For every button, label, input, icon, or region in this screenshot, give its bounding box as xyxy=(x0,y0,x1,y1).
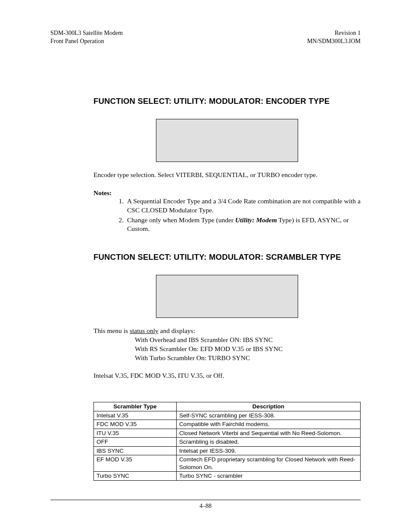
table-row: ITU V.35 Closed Network Viterbi and Sequ… xyxy=(94,429,361,438)
header-left-line1: SDM-300L3 Satellite Modem xyxy=(50,29,123,37)
table-cell: Closed Network Viterbi and Sequential wi… xyxy=(176,429,360,438)
table-header: Description xyxy=(176,402,360,411)
notes-list: A Sequential Encoder Type and a 3/4 Code… xyxy=(93,197,361,234)
status-line: With RS Scrambler On: EFD MOD V.35 or IB… xyxy=(135,345,361,354)
table-row: Turbo SYNC Turbo SYNC - scrambler xyxy=(94,472,361,481)
body-text: This menu is status only and displays: xyxy=(93,327,361,336)
table-row: OFF Scrambling is disabled. xyxy=(94,438,361,447)
table-cell: Self-SYNC scrambling per IESS-308. xyxy=(176,411,360,420)
status-line: With Overhead and IBS Scrambler ON: IBS … xyxy=(135,336,361,345)
page-footer: 4–88 xyxy=(50,500,361,510)
table-cell: ITU V.35 xyxy=(94,429,177,438)
table-header-row: Scrambler Type Description xyxy=(94,402,361,411)
table-cell: IBS SYNC xyxy=(94,446,177,455)
table-row: IBS SYNC Intelsat per IESS-309. xyxy=(94,446,361,455)
table-cell: Comtech EFD proprietary scrambling for C… xyxy=(176,455,360,472)
table-cell: Turbo SYNC xyxy=(94,472,177,481)
display-box xyxy=(156,275,298,318)
section-scrambler-type: FUNCTION SELECT: UTILITY: MODULATOR: SCR… xyxy=(93,252,361,380)
table-cell: Compatible with Fairchild modems. xyxy=(176,420,360,429)
body-text: Encoder type selection. Select VITERBI, … xyxy=(93,171,361,180)
header-right-line1: Revision 1 xyxy=(307,29,361,37)
table-row: Intelsat V.35 Self-SYNC scrambling per I… xyxy=(94,411,361,420)
table-cell: EF MOD V.35 xyxy=(94,455,177,472)
status-lines: With Overhead and IBS Scrambler ON: IBS … xyxy=(93,336,361,363)
table-header: Scrambler Type xyxy=(94,402,177,411)
section-heading: FUNCTION SELECT: UTILITY: MODULATOR: SCR… xyxy=(93,252,361,262)
table-cell: Intelsat V.35 xyxy=(94,411,177,420)
header-right: Revision 1 MN/SDM300L3.IOM xyxy=(307,29,361,46)
page-header: SDM-300L3 Satellite Modem Front Panel Op… xyxy=(50,29,361,46)
page-content: FUNCTION SELECT: UTILITY: MODULATOR: ENC… xyxy=(50,46,361,481)
scrambler-table: Scrambler Type Description Intelsat V.35… xyxy=(93,402,361,481)
table-cell: Scrambling is disabled. xyxy=(176,438,360,447)
page-number: 4–88 xyxy=(50,500,361,510)
section-heading: FUNCTION SELECT: UTILITY: MODULATOR: ENC… xyxy=(93,96,361,106)
note-item: Change only when Modem Type (under Utili… xyxy=(125,216,361,234)
status-line: With Turbo Scrambler On: TURBO SYNC xyxy=(135,354,361,363)
table-cell: Turbo SYNC - scrambler xyxy=(176,472,360,481)
header-left-line2: Front Panel Operation xyxy=(50,37,123,46)
table-row: FDC MOD V.35 Compatible with Fairchild m… xyxy=(94,420,361,429)
table-cell: OFF xyxy=(94,438,177,447)
note-item: A Sequential Encoder Type and a 3/4 Code… xyxy=(125,197,361,215)
table-cell: FDC MOD V.35 xyxy=(94,420,177,429)
body-text: Intelsat V.35, FDC MOD V.35, ITU V.35, o… xyxy=(93,371,361,380)
display-box xyxy=(156,119,298,162)
notes-label: Notes: xyxy=(93,189,361,197)
table-cell: Intelsat per IESS-309. xyxy=(176,446,360,455)
header-left: SDM-300L3 Satellite Modem Front Panel Op… xyxy=(50,29,123,46)
section-encoder-type: FUNCTION SELECT: UTILITY: MODULATOR: ENC… xyxy=(93,96,361,234)
header-right-line2: MN/SDM300L3.IOM xyxy=(307,37,361,46)
table-row: EF MOD V.35 Comtech EFD proprietary scra… xyxy=(94,455,361,472)
